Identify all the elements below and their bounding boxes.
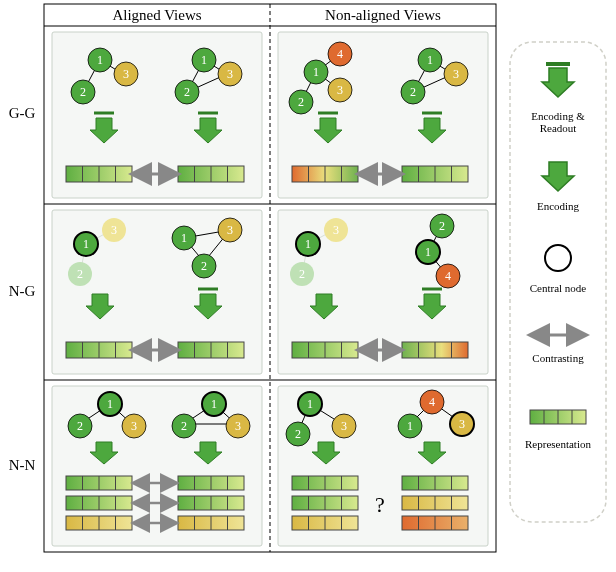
svg-text:3: 3: [227, 67, 233, 81]
svg-text:3: 3: [131, 419, 137, 433]
svg-text:3: 3: [333, 223, 339, 237]
svg-text:1: 1: [201, 53, 207, 67]
svg-text:3: 3: [111, 223, 117, 237]
svg-text:3: 3: [123, 67, 129, 81]
svg-text:3: 3: [227, 223, 233, 237]
svg-text:4: 4: [429, 395, 435, 409]
header-nonaligned: Non-aligned Views: [325, 7, 441, 23]
legend-contrast-label: Contrasting: [532, 352, 584, 364]
svg-text:1: 1: [305, 237, 311, 251]
svg-text:2: 2: [439, 219, 445, 233]
svg-text:1: 1: [181, 231, 187, 245]
legend-panel: Encoding &Readout Encoding Central node …: [510, 42, 606, 522]
svg-text:3: 3: [341, 419, 347, 433]
svg-text:2: 2: [201, 259, 207, 273]
svg-text:3: 3: [459, 417, 465, 431]
svg-text:2: 2: [77, 419, 83, 433]
svg-text:2: 2: [181, 419, 187, 433]
svg-text:1: 1: [407, 419, 413, 433]
svg-text:4: 4: [445, 269, 451, 283]
svg-text:2: 2: [77, 267, 83, 281]
svg-text:1: 1: [211, 397, 217, 411]
question-mark: ?: [375, 492, 385, 517]
svg-text:2: 2: [80, 85, 86, 99]
svg-text:1: 1: [307, 397, 313, 411]
svg-text:1: 1: [83, 237, 89, 251]
svg-text:2: 2: [299, 267, 305, 281]
svg-text:3: 3: [235, 419, 241, 433]
svg-text:1: 1: [107, 397, 113, 411]
svg-text:1: 1: [425, 245, 431, 259]
svg-text:4: 4: [337, 47, 343, 61]
svg-text:2: 2: [184, 85, 190, 99]
svg-text:1: 1: [313, 65, 319, 79]
legend-rep-icon: [530, 410, 586, 424]
svg-text:2: 2: [298, 95, 304, 109]
svg-text:3: 3: [337, 83, 343, 97]
header-aligned: Aligned Views: [112, 7, 201, 23]
svg-text:2: 2: [410, 85, 416, 99]
rowlabel-nn: N-N: [9, 457, 36, 473]
rowlabel-ng: N-G: [9, 283, 36, 299]
svg-text:2: 2: [295, 427, 301, 441]
svg-text:3: 3: [453, 67, 459, 81]
legend-central-label: Central node: [530, 282, 587, 294]
legend-enc-label: Encoding: [537, 200, 580, 212]
svg-text:1: 1: [427, 53, 433, 67]
diagram-root: Encoding &Readout Encoding Central node …: [0, 0, 616, 572]
legend-rep-label: Representation: [525, 438, 591, 450]
rowlabel-gg: G-G: [9, 105, 36, 121]
svg-text:1: 1: [97, 53, 103, 67]
